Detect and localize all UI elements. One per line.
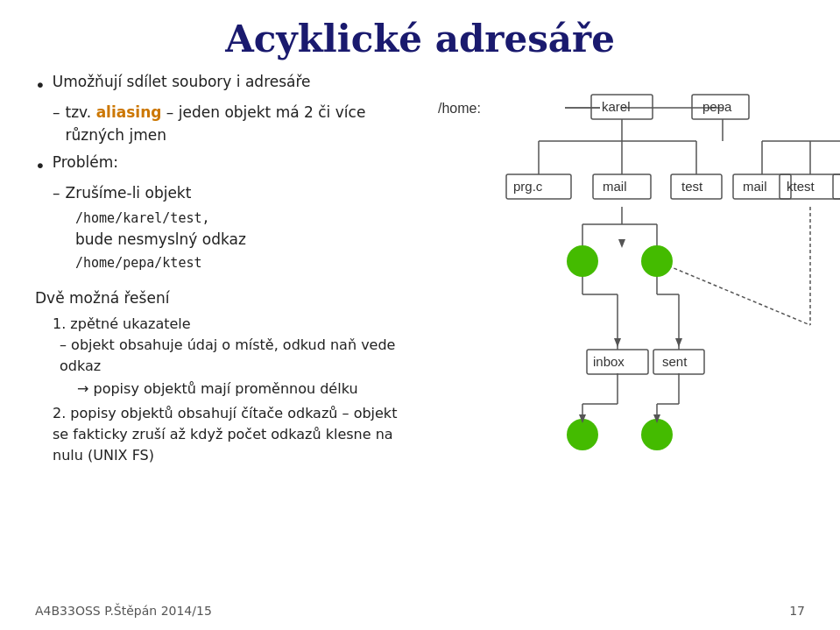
circle4: [641, 419, 673, 450]
ktest-label: ktest: [787, 179, 815, 194]
arrow-mail1: [618, 239, 625, 248]
right-panel: /home: karel pepa prg.c mail test: [403, 71, 805, 492]
item-2-num: 2.: [53, 405, 66, 421]
section-dve: Dvě možná řešení: [35, 287, 403, 310]
karel-label: karel: [602, 99, 631, 114]
arrow-circle2: [675, 338, 682, 347]
dash-1: –: [53, 102, 60, 124]
circle3: [567, 419, 598, 450]
bullet-2: • Problém:: [35, 152, 403, 179]
tree-container: /home: karel pepa prg.c mail test: [412, 71, 840, 492]
svg-line-32: [657, 261, 810, 325]
arrow-circle1: [614, 338, 621, 347]
footer-left: A4B33OSS P.Štěpán 2014/15: [35, 604, 212, 618]
item-1-text: zpětné ukazatele: [70, 315, 190, 332]
sent-label: sent: [662, 354, 688, 369]
home-label: /home:: [438, 101, 481, 116]
aliasing-line: tzv. aliasing – jeden objekt má 2 či víc…: [66, 102, 404, 146]
code-line-2: /home/pepa/ktest: [75, 251, 403, 274]
item-2: 2. popisy objektů obsahují čítače odkazů…: [53, 403, 403, 466]
circle2: [641, 245, 673, 277]
test-label: test: [681, 179, 703, 194]
item-1: 1. zpětné ukazatele – objekt obsahuje úd…: [53, 314, 403, 400]
problem-line-2: bude nesmyslný odkaz: [75, 229, 403, 251]
left-panel: • Umožňují sdílet soubory i adresáře – t…: [35, 71, 403, 492]
footer-right: 17: [789, 604, 805, 618]
bullet-sub-aliasing: – tzv. aliasing – jeden objekt má 2 či v…: [53, 102, 403, 146]
tree-svg: /home: karel pepa prg.c mail test: [412, 71, 840, 492]
code-line-1: /home/karel/test,: [75, 207, 403, 230]
item-2-text: popisy objektů obsahují čítače odkazů – …: [53, 405, 397, 464]
inbox-label: inbox: [593, 354, 625, 369]
footer: A4B33OSS P.Štěpán 2014/15 17: [35, 604, 805, 618]
problem-line: Zrušíme-li objekt: [66, 182, 192, 205]
item-1-arrow: → popisy objektů mají proměnnou délku: [77, 379, 403, 400]
prgc-label: prg.c: [513, 179, 543, 194]
slide: Acyklické adresáře • Umožňují sdílet sou…: [0, 0, 840, 630]
bullet-dot-1: •: [35, 72, 46, 98]
content-area: • Umožňují sdílet soubory i adresáře – t…: [35, 71, 805, 492]
dash-2: –: [53, 182, 60, 205]
item-1-num: 1.: [53, 315, 66, 332]
aliasing-word: aliasing: [96, 103, 162, 121]
bullet-sub-problem: – Zrušíme-li objekt: [53, 182, 403, 205]
code-path-2: /home/pepa/ktest: [75, 255, 202, 271]
pepa-label: pepa: [702, 99, 732, 114]
bullet-text-2: Problém:: [53, 152, 118, 174]
bullet-dot-2: •: [35, 152, 46, 179]
circle1: [567, 245, 598, 277]
slide-title: Acyklické adresáře: [35, 18, 805, 60]
dve-reseni-label: Dvě možná řešení: [35, 289, 169, 307]
bullet-text-1: Umožňují sdílet soubory i adresáře: [53, 71, 311, 94]
item-1-sub: – objekt obsahuje údaj o místě, odkud na…: [60, 335, 403, 377]
mail2-label: mail: [743, 179, 767, 194]
text-box: [833, 174, 840, 199]
bullet-1: • Umožňují sdílet soubory i adresáře: [35, 71, 403, 98]
mail1-label: mail: [603, 179, 627, 194]
code-path-1: /home/karel/test,: [75, 210, 210, 226]
